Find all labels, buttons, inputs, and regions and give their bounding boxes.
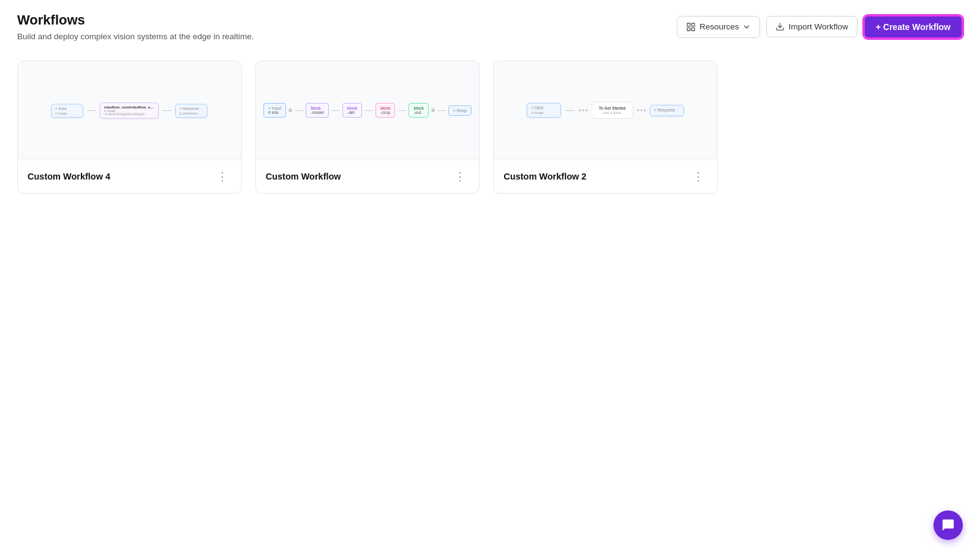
chat-bubble[interactable] [933,510,963,540]
model-node: roboflow_core/roboflow_object_det... # m… [100,102,159,118]
connector [87,110,96,111]
svg-rect-2 [687,28,690,31]
arrow-4 [398,110,406,111]
card-preview-2: < Input # image To Get Started Add a Blo… [494,61,717,159]
dot-2 [431,108,435,112]
output-node-2: > Response [650,105,684,116]
input-node-2: < Input # image [527,103,561,118]
resources-icon [686,22,696,32]
import-icon [775,22,785,31]
svg-rect-0 [687,23,690,26]
dot-1 [288,108,292,112]
arrow-3 [364,110,373,111]
node-input: < Input # ims [263,103,287,118]
chat-icon [941,518,955,532]
workflow-card-2[interactable]: < Input # image To Get Started Add a Blo… [493,61,718,194]
input-node: < Input # image [51,104,84,118]
workflow-diagram-2: < Input # image To Get Started Add a Blo… [527,102,684,118]
workflow-card-4[interactable]: < Input # image roboflow_core/roboflow_o… [17,61,242,194]
workflow-diagram-1: < Input # ims block -model block -det bl… [257,103,478,118]
page-header: Workflows Build and deploy complex visio… [0,0,980,41]
card-menu-button-4[interactable]: ⋮ [213,169,232,184]
page-subtitle: Build and deploy complex vision systems … [17,32,254,41]
card-name-4: Custom Workflow 4 [28,172,110,181]
resources-button[interactable]: Resources [677,16,761,38]
arrow-1 [295,110,303,111]
node-output: > Resp [448,105,472,116]
arrow-2 [331,110,340,111]
node-block2: block -det [342,103,362,118]
node-block1: block -model [306,103,328,118]
connector [162,110,172,111]
svg-rect-1 [692,23,695,26]
card-footer-1: Custom Workflow ⋮ [256,159,480,193]
card-name-2: Custom Workflow 2 [503,172,586,181]
page-title: Workflows [17,12,254,28]
connector-dots-2 [637,109,646,111]
node-block4: block -out [409,103,428,118]
card-footer-2: Custom Workflow 2 ⋮ [494,159,717,193]
header-left: Workflows Build and deploy complex visio… [17,12,254,41]
card-footer-4: Custom Workflow 4 ⋮ [18,159,241,193]
card-name-1: Custom Workflow [266,172,341,181]
card-preview-4: < Input # image roboflow_core/roboflow_o… [18,61,241,159]
card-preview-1: < Input # ims block -model block -det bl… [256,61,480,159]
output-node: > Response () predictions [175,104,208,118]
workflow-card-1[interactable]: < Input # ims block -model block -det bl… [255,61,480,194]
import-workflow-button[interactable]: Import Workflow [766,16,857,37]
connector-2 [565,110,575,111]
connector-dots [579,109,587,111]
workflows-grid: < Input # image roboflow_core/roboflow_o… [0,41,735,194]
header-actions: Resources Import Workflow + Create Workf… [677,15,963,39]
card-menu-button-1[interactable]: ⋮ [451,169,469,184]
card-menu-button-2[interactable]: ⋮ [689,169,707,184]
svg-rect-3 [692,28,695,31]
chevron-down-icon [742,23,751,31]
create-label: + Create Workflow [876,22,951,32]
node-block3: block -crop [375,103,395,118]
get-started-node: To Get Started Add a Block [592,102,633,118]
arrow-5 [437,110,446,111]
workflow-diagram-4: < Input # image roboflow_core/roboflow_o… [51,102,208,118]
resources-label: Resources [699,22,739,31]
import-label: Import Workflow [788,22,848,31]
create-workflow-button[interactable]: + Create Workflow [864,15,963,39]
